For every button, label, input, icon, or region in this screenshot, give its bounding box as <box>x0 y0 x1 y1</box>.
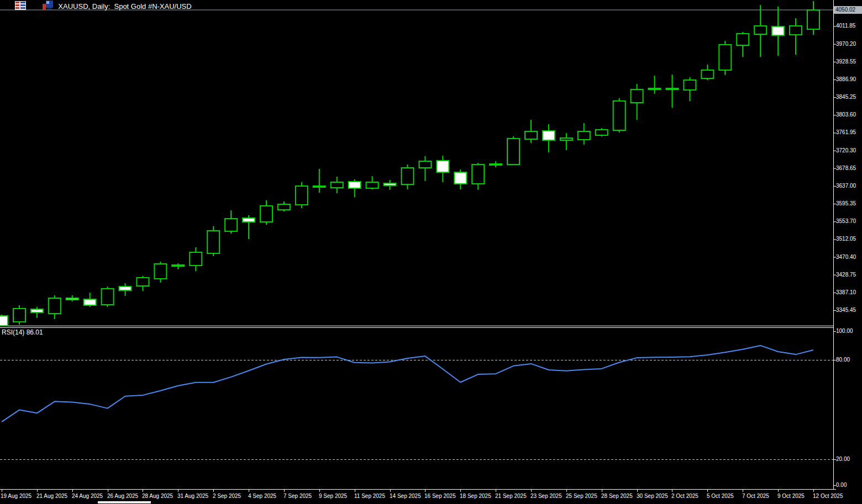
date-axis-label: 9 Sep 2025 <box>319 492 347 500</box>
price-axis-label: 3428.75 <box>836 272 856 278</box>
price-axis-label: 3720.30 <box>836 147 856 154</box>
price-axis-label: 3761.95 <box>836 129 856 136</box>
date-axis-line <box>0 489 836 490</box>
rsi-axis-label: 80.00 <box>836 357 850 363</box>
price-axis-label: 3387.10 <box>836 289 856 296</box>
price-axis-label: 4011.85 <box>836 23 855 29</box>
date-axis-label: 23 Sep 2025 <box>530 492 562 500</box>
date-axis-label: 2 Sep 2025 <box>213 492 241 500</box>
chart-list-icon <box>3 0 26 20</box>
rsi-axis-label: 0.00 <box>836 482 847 489</box>
date-axis-label: 16 Sep 2025 <box>424 492 456 500</box>
price-axis-label: 3886.90 <box>836 76 856 83</box>
chart-window: XAUUSD, Daily: Spot Gold #N-XAU/USD RSI(… <box>0 0 862 504</box>
price-axis-label: 3470.40 <box>836 254 856 261</box>
price-axis-line <box>833 0 834 490</box>
price-axis-label: 3678.65 <box>836 165 856 172</box>
date-axis-label: 30 Sep 2025 <box>637 492 668 500</box>
date-axis-label: 5 Oct 2025 <box>707 492 734 500</box>
price-chart-panel[interactable] <box>0 0 833 326</box>
date-axis-label: 26 Aug 2025 <box>107 492 138 500</box>
price-axis-label: 3803.60 <box>836 112 856 118</box>
date-axis-label: 19 Aug 2025 <box>1 492 31 500</box>
date-axis-label: 11 Sep 2025 <box>354 492 385 500</box>
date-axis-label: 12 Oct 2025 <box>813 492 843 500</box>
price-axis-label: 3845.25 <box>836 94 856 100</box>
date-axis-label: 7 Sep 2025 <box>283 492 312 500</box>
rsi-indicator-panel[interactable] <box>0 328 833 489</box>
price-axis-label: 3595.35 <box>836 200 856 207</box>
panel-separator-bottom-line[interactable] <box>0 327 833 328</box>
chart-title-bar: XAUUSD, Daily: Spot Gold #N-XAU/USD <box>0 0 192 12</box>
price-axis-label: 3970.20 <box>836 41 856 47</box>
chart-title: XAUUSD, Daily: Spot Gold #N-XAU/USD <box>58 2 191 10</box>
date-axis-label: 28 Aug 2025 <box>142 492 173 500</box>
date-axis-label: 28 Sep 2025 <box>601 492 633 500</box>
date-axis-label: 4 Sep 2025 <box>248 492 276 500</box>
date-axis-label: 21 Aug 2025 <box>36 492 67 500</box>
price-axis-label: 3512.05 <box>836 236 856 242</box>
price-axis-label: 3928.55 <box>836 59 856 65</box>
price-axis-label: 3345.45 <box>836 307 856 314</box>
date-axis-label: 24 Aug 2025 <box>72 492 103 500</box>
price-axis-label: 3637.00 <box>836 183 856 189</box>
date-axis-label: 9 Oct 2025 <box>777 492 805 500</box>
date-axis-label: 21 Sep 2025 <box>495 492 527 500</box>
price-axis-label: 3553.70 <box>836 218 856 225</box>
panel-separator-top-line[interactable] <box>0 326 833 326</box>
date-axis-label: 31 Aug 2025 <box>177 492 208 500</box>
date-axis-label: 14 Sep 2025 <box>390 492 421 500</box>
date-axis-label: 25 Sep 2025 <box>566 492 597 500</box>
chart-window-icon <box>31 0 54 20</box>
date-axis-label: 2 Oct 2025 <box>671 492 698 500</box>
rsi-label: RSI(14) 86.01 <box>2 328 43 336</box>
date-axis-label: 7 Oct 2025 <box>742 492 769 500</box>
date-axis-label: 18 Sep 2025 <box>460 492 491 500</box>
rsi-axis-label: 20.00 <box>836 456 850 463</box>
horizontal-scrollbar-thumb[interactable] <box>98 501 151 503</box>
rsi-axis-label: 100.00 <box>836 328 853 335</box>
current-price-label: 4050.02 <box>834 6 862 14</box>
